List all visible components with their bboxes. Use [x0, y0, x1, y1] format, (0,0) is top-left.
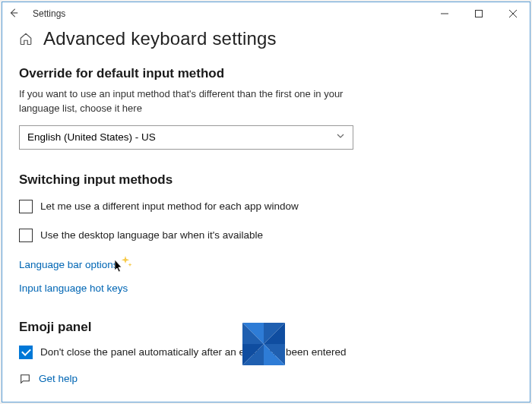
minimize-button[interactable]	[427, 2, 461, 25]
checkbox-label: Use the desktop language bar when it's a…	[40, 229, 263, 241]
back-button[interactable]	[8, 8, 24, 21]
switching-section: Switching input methods Let me use a dif…	[19, 172, 513, 305]
emoji-heading: Emoji panel	[19, 320, 513, 335]
checkbox-label: Don't close the panel automatically afte…	[40, 346, 347, 358]
home-icon[interactable]	[19, 32, 33, 46]
titlebar: Settings	[2, 2, 530, 25]
close-button[interactable]	[496, 2, 530, 25]
override-description: If you want to use an input method that'…	[19, 87, 346, 116]
emoji-section: Emoji panel Don't close the panel automa…	[19, 320, 513, 359]
page-heading-row: Advanced keyboard settings	[19, 28, 513, 49]
desktop-langbar-checkbox[interactable]: Use the desktop language bar when it's a…	[19, 229, 513, 242]
input-language-hotkeys-link[interactable]: Input language hot keys	[19, 282, 128, 294]
override-section: Override for default input method If you…	[19, 66, 513, 150]
get-help-row[interactable]: Get help	[19, 373, 513, 385]
window-controls	[427, 2, 530, 25]
window-title: Settings	[24, 8, 65, 19]
emoji-dont-close-checkbox[interactable]: Don't close the panel automatically afte…	[19, 346, 513, 359]
override-heading: Override for default input method	[19, 66, 513, 81]
settings-window: Settings Advanced keyboard settings Over…	[2, 2, 530, 402]
content-area: Advanced keyboard settings Override for …	[2, 25, 530, 393]
checkbox-box	[19, 229, 33, 242]
checkbox-box	[19, 200, 33, 213]
get-help-link[interactable]: Get help	[39, 373, 78, 384]
switching-heading: Switching input methods	[19, 172, 513, 188]
dropdown-selected-value: English (United States) - US	[27, 131, 156, 143]
maximize-button[interactable]	[461, 2, 496, 25]
svg-rect-0	[475, 11, 482, 17]
per-app-input-checkbox[interactable]: Let me use a different input method for …	[19, 200, 513, 213]
chevron-down-icon	[336, 131, 345, 143]
back-arrow-icon	[8, 8, 19, 18]
language-bar-options-link[interactable]: Language bar options	[19, 259, 119, 270]
checkbox-label: Let me use a different input method for …	[40, 200, 299, 212]
checkbox-box-checked	[19, 346, 33, 359]
chat-help-icon	[19, 373, 31, 385]
page-title: Advanced keyboard settings	[43, 28, 277, 49]
default-input-method-dropdown[interactable]: English (United States) - US	[19, 125, 353, 150]
